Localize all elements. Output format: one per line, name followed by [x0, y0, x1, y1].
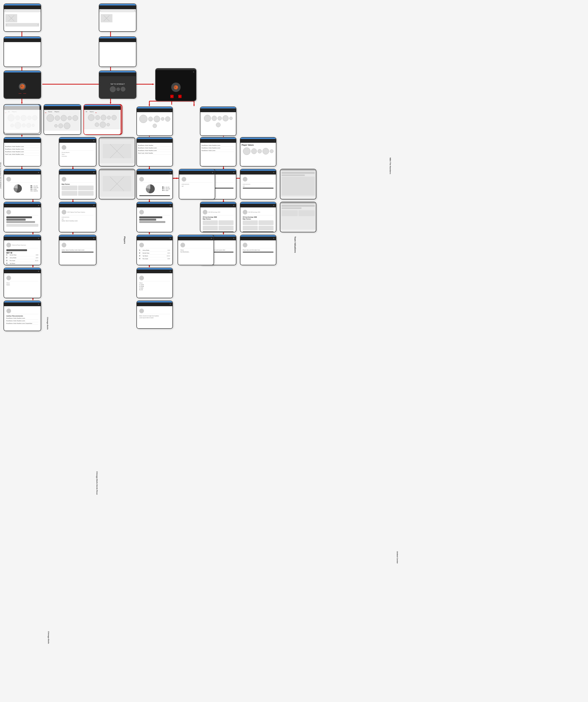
back-arrow-r[interactable]: ‹	[100, 10, 101, 12]
close-icon[interactable]: ✕	[38, 270, 39, 272]
rec-r-1[interactable]: BrandName: Article Headline Lorem	[202, 145, 235, 147]
rec-item-3[interactable]: BrandName: Article Headline Lorem	[5, 148, 39, 150]
rank-center-2[interactable]: 2Derrick Rose$200	[139, 252, 170, 254]
tab-teams-2[interactable]: Teams	[89, 111, 95, 113]
screen-derrick-rose-earnings-right: ✕ $46.5M Earnings 2015 Off Court Earning…	[200, 202, 236, 232]
read-more-mrr2[interactable]	[243, 231, 273, 232]
hist-bar	[6, 216, 38, 223]
players-tab[interactable]	[23, 92, 26, 94]
cfc-text: Etiam sit amet orci eget eros faucibus	[139, 315, 170, 317]
next-arrow[interactable]: ›	[38, 24, 38, 26]
venue-owner: Owner:	[6, 284, 38, 285]
close-icon-csc[interactable]: ✕	[169, 270, 171, 272]
author-rec-final: Author Recommends BrandName: Article Hea…	[6, 315, 38, 325]
close-icon-drfr[interactable]: ✕	[233, 238, 234, 239]
rank-center-4[interactable]: 4Pau Gasol$398	[139, 258, 170, 260]
read-more-er[interactable]	[203, 231, 234, 232]
svg-marker-7	[21, 135, 23, 137]
read-more-mrr[interactable]	[243, 188, 273, 189]
basketball-dark: 🏀	[171, 83, 181, 92]
rec-r-3[interactable]: BrandName: Article Lorem	[202, 150, 235, 152]
tab-all-2[interactable]: All	[85, 111, 88, 113]
close-icon[interactable]: ✕	[38, 172, 39, 173]
screen-chicago-stadium-center: ✕ Venue #1: $250 #2: $189 #3: $45 No. $0	[136, 268, 173, 298]
author-rec-center: BrandName: Article Headline BrandName: A…	[138, 145, 171, 154]
screen-derrick-rose-earnings: ✕ Major Partners	[59, 169, 96, 200]
partner-2	[78, 186, 94, 190]
rec-item-4[interactable]: BrandName: Article Headline Lorem	[5, 151, 39, 153]
nav-right-arrow[interactable]: ›	[178, 95, 182, 98]
rec-center-2[interactable]: BrandName: Article Headline Lorem	[138, 147, 171, 149]
stadium-screen: Venue Owner:	[6, 282, 38, 285]
close-icon[interactable]: ✕	[38, 205, 39, 207]
close-icon-drr[interactable]: ✕	[233, 172, 234, 173]
rec-item-1[interactable]	[5, 145, 39, 145]
teams-tab[interactable]	[19, 92, 21, 94]
bulls-avatar	[6, 177, 11, 182]
read-more-cv[interactable]	[139, 195, 170, 196]
screen-united-center-right: ✕ Venue Any Businesses...	[178, 235, 214, 265]
close-icon[interactable]: ✕	[93, 172, 95, 173]
rank-item-2[interactable]: 2 Jimmy Butler $200	[6, 257, 38, 259]
partner-er-4	[219, 226, 234, 230]
pie-cv	[146, 185, 155, 193]
any-sponsors: Any Businesses...	[181, 251, 211, 253]
rank-center-1[interactable]: 1Jimmy Butler9190	[139, 249, 170, 252]
rank-item-3[interactable]: 3 Pau Gasol $3262	[6, 260, 38, 262]
close-icon-mrr2[interactable]: ✕	[273, 205, 274, 207]
screen-nba-interactive[interactable]: ✕ 🏀 ‹ ›	[155, 68, 197, 101]
rank-item-4[interactable]: 4 Taj Gibson	[6, 262, 38, 265]
close-icon-cfc[interactable]: ✕	[169, 304, 171, 305]
back-arrow[interactable]: ‹	[5, 10, 6, 12]
rec-center-3[interactable]: BrandName: Article Headline Lorem	[138, 150, 171, 152]
fwd-arrow-r[interactable]: ›	[134, 10, 135, 12]
bulls-avatar-2	[6, 210, 11, 215]
close-icon[interactable]: ✕	[93, 140, 95, 142]
close-icon-dre[interactable]: ✕	[212, 172, 213, 173]
back-arrow-fr1[interactable]: ‹	[274, 140, 274, 142]
close-icon-dark[interactable]: ✕	[193, 71, 195, 73]
screen-author-rec-center: BrandName: Article Headline BrandName: A…	[136, 137, 173, 166]
rec-center-1[interactable]: BrandName: Article Headline	[138, 145, 171, 147]
rec-r-2[interactable]: BrandName: Article Headline Lorem	[202, 147, 235, 149]
prev-arrow[interactable]: ‹	[6, 24, 7, 26]
close-icon[interactable]: ✕	[93, 238, 95, 239]
read-more-btn[interactable]	[62, 252, 94, 253]
close-icon[interactable]: ✕	[38, 304, 39, 305]
screen-derrick-rose-expanded: ✕ endorsements: age:	[179, 169, 215, 200]
tab-players[interactable]: Players	[54, 111, 60, 113]
tab-players-active[interactable]	[95, 111, 97, 113]
screen-player-values: ‹	[200, 107, 236, 136]
close-icon-mrr[interactable]: ✕	[273, 172, 274, 173]
nav-left-arrow[interactable]: ‹	[170, 95, 173, 98]
tab-all-active[interactable]	[45, 111, 46, 113]
tab-teams[interactable]: Teams	[47, 111, 53, 113]
read-more-mrr3[interactable]	[243, 252, 273, 253]
rec-item-2[interactable]: BrandName: Article Headline Lorem	[5, 146, 39, 148]
close-icon[interactable]: ✕	[38, 238, 39, 239]
rose-exp-stat-2: age:	[182, 185, 212, 187]
rec-center-4[interactable]: Noah Coyle: Article Headline	[138, 152, 171, 154]
all-bubble-grid	[45, 114, 80, 130]
screen-players-list-box: All Teams	[84, 104, 121, 135]
back-arrow-pv[interactable]: ‹	[234, 109, 234, 111]
back-arrow-tv[interactable]: ‹	[170, 109, 171, 111]
screen-chicago-bulls-rankings: ✕ Historical Player Expenses $87 M 1 Der…	[4, 235, 41, 265]
close-icon-cv[interactable]: ✕	[169, 172, 171, 173]
rank-list-center: 1Jimmy Butler9190 2Derrick Rose$200 3Taj…	[139, 249, 170, 260]
close-icon-mrr3[interactable]: ✕	[273, 238, 274, 239]
close-icon-drer[interactable]: ✕	[233, 205, 234, 207]
close-icon-crc[interactable]: ✕	[169, 238, 171, 239]
stadium-csc: Venue #1: $250 #2: $189 #3: $45 No. $0	[139, 282, 170, 290]
svg-marker-5	[21, 102, 23, 104]
rank-center-3[interactable]: 3Taj Gibson$3262	[139, 255, 170, 257]
nba-nav: ‹ ›	[170, 95, 182, 98]
screen-derrick-rose-card: ✕ Annual players: Team:	[59, 137, 96, 166]
svg-marker-19	[152, 84, 154, 85]
rank-item-1[interactable]: 1 Derrick Rose $398	[6, 254, 38, 256]
close-icon-chc[interactable]: ✕	[169, 205, 171, 207]
close-icon-ucr[interactable]: ✕	[211, 238, 212, 239]
rose-mrr3	[243, 243, 247, 247]
rec-item-5[interactable]: Noah Coyle: Article Headline Lorem	[5, 153, 39, 156]
close-icon[interactable]: ✕	[93, 205, 95, 207]
